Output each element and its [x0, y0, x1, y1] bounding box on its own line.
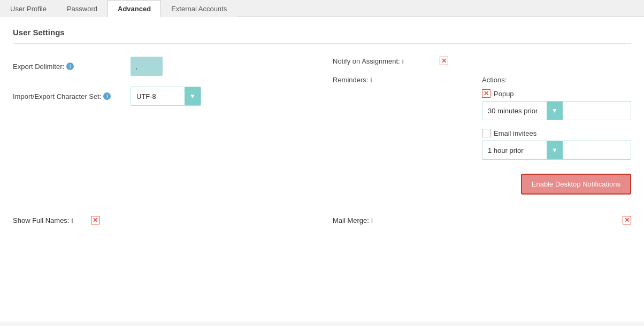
charset-select[interactable]: UTF-8	[131, 87, 185, 105]
tab-external-accounts[interactable]: External Accounts	[161, 0, 237, 17]
left-column: Export Delimiter: i Import/Export Charac…	[13, 57, 311, 195]
popup-action-item: ✕ Popup 30 minutes prior 15 minutes prio…	[482, 89, 631, 120]
mail-merge-label-group: Mail Merge: i	[333, 216, 607, 224]
reminders-col: Reminders: i	[333, 76, 482, 84]
charset-row: Import/Export Character Set: i UTF-8 ▼	[13, 87, 311, 106]
reminders-info-icon[interactable]: i	[370, 76, 372, 84]
notify-assignment-checkbox[interactable]: ✕	[440, 57, 448, 65]
mail-merge-info-icon[interactable]: i	[371, 216, 373, 224]
tab-advanced[interactable]: Advanced	[108, 0, 161, 17]
tab-user-profile[interactable]: User Profile	[0, 0, 57, 17]
export-delimiter-input[interactable]	[131, 57, 163, 76]
actions-label: Actions:	[482, 76, 631, 84]
export-delimiter-label: Export Delimiter: i	[13, 63, 131, 71]
tab-password[interactable]: Password	[57, 0, 108, 17]
right-column: Notify on Assignment: i ✕ Reminders: i	[311, 57, 631, 195]
notify-assignment-row: Notify on Assignment: i ✕	[333, 57, 631, 65]
popup-action-header: ✕ Popup	[482, 89, 631, 98]
email-time-select-wrapper: 1 hour prior 30 minutes prior 2 hours pr…	[482, 141, 631, 160]
popup-time-arrow[interactable]: ▼	[547, 102, 563, 120]
email-invitees-action-item: Email invitees 1 hour prior 30 minutes p…	[482, 129, 631, 160]
popup-time-select[interactable]: 30 minutes prior 15 minutes prior 1 hour…	[482, 102, 547, 120]
mail-merge-row: Mail Merge: i ✕	[311, 216, 631, 224]
charset-control: UTF-8 ▼	[131, 87, 311, 106]
show-full-names-label: Show Full Names:	[13, 216, 69, 224]
email-invitees-checkbox[interactable]	[482, 129, 490, 137]
popup-checkbox[interactable]: ✕	[482, 89, 490, 98]
export-delimiter-control	[131, 57, 311, 76]
show-full-names-row: Show Full Names: i ✕	[13, 216, 311, 224]
reminders-actions-row: Reminders: i Actions: ✕ Popup	[333, 76, 631, 195]
section-title: User Settings	[13, 28, 631, 37]
charset-label: Import/Export Character Set: i	[13, 92, 131, 100]
email-invitees-header: Email invitees	[482, 129, 631, 137]
section-divider	[13, 43, 631, 44]
actions-col: Actions: ✕ Popup 30 minutes prior	[482, 76, 631, 195]
popup-time-select-wrapper: 30 minutes prior 15 minutes prior 1 hour…	[482, 101, 631, 120]
charset-select-arrow[interactable]: ▼	[185, 87, 201, 105]
show-full-names-info-icon[interactable]: i	[71, 216, 73, 224]
mail-merge-checkbox[interactable]: ✕	[623, 216, 631, 224]
charset-info-icon[interactable]: i	[103, 92, 111, 100]
email-time-arrow[interactable]: ▼	[547, 141, 563, 159]
export-delimiter-info-icon[interactable]: i	[66, 63, 74, 70]
enable-notifications-button[interactable]: Enable Desktop Notifications	[521, 174, 631, 195]
charset-select-wrapper: UTF-8 ▼	[131, 87, 201, 106]
bottom-row: Show Full Names: i ✕ Mail Merge: i ✕	[13, 211, 631, 224]
popup-label: Popup	[494, 90, 514, 98]
email-invitees-label: Email invitees	[494, 129, 536, 137]
show-full-names-checkbox[interactable]: ✕	[91, 216, 99, 224]
email-time-select[interactable]: 1 hour prior 30 minutes prior 2 hours pr…	[482, 141, 547, 159]
notify-assignment-info-icon[interactable]: i	[402, 57, 404, 65]
reminders-label: Reminders: i	[333, 76, 482, 84]
enable-notifications-wrapper: Enable Desktop Notifications	[482, 168, 631, 195]
notify-assignment-label: Notify on Assignment: i	[333, 57, 440, 65]
mail-merge-label: Mail Merge:	[333, 216, 369, 224]
export-delimiter-row: Export Delimiter: i	[13, 57, 311, 76]
tabs-bar: User Profile Password Advanced External …	[0, 0, 644, 17]
